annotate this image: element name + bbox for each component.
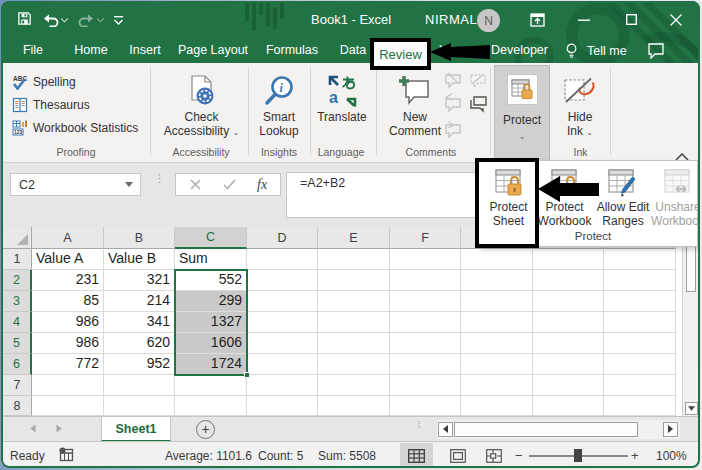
- view-normal-button[interactable]: [400, 443, 433, 468]
- smart-lookup-button[interactable]: i Smart Lookup: [253, 67, 305, 138]
- vertical-scroll-thumb[interactable]: [686, 245, 696, 292]
- cell-D5[interactable]: [247, 333, 318, 354]
- row-header-3[interactable]: 3: [3, 291, 32, 312]
- minimize-button[interactable]: [567, 1, 601, 38]
- cell-F3[interactable]: [390, 291, 461, 312]
- selection-fill-handle[interactable]: [244, 372, 250, 378]
- tab-file[interactable]: File: [15, 43, 51, 57]
- redo-button[interactable]: [78, 14, 104, 27]
- cell-H7[interactable]: [533, 375, 604, 396]
- cell-F2[interactable]: [390, 270, 461, 291]
- zoom-out-button[interactable]: −: [515, 448, 523, 463]
- cell-E8[interactable]: [318, 396, 390, 416]
- cell-F8[interactable]: [390, 396, 461, 416]
- tab-insert[interactable]: Insert: [125, 43, 165, 57]
- cell-D8[interactable]: [247, 396, 318, 416]
- cell-H5[interactable]: [533, 333, 604, 354]
- cell-A7[interactable]: [32, 375, 104, 396]
- row-header-5[interactable]: 5: [3, 333, 32, 354]
- row-header-8[interactable]: 8: [3, 396, 32, 416]
- scroll-left-button[interactable]: [438, 422, 453, 437]
- cell-B8[interactable]: [104, 396, 175, 416]
- cell-I5[interactable]: [604, 333, 676, 354]
- cell-A4[interactable]: 986: [32, 312, 104, 333]
- scroll-down-button[interactable]: [685, 402, 698, 415]
- view-page-break-button[interactable]: [477, 443, 510, 468]
- close-button[interactable]: [659, 1, 693, 38]
- cell-D7[interactable]: [247, 375, 318, 396]
- cell-B3[interactable]: 214: [104, 291, 175, 312]
- cell-C4[interactable]: 1327: [175, 312, 247, 333]
- name-box[interactable]: C2: [10, 173, 141, 196]
- zoom-in-button[interactable]: +: [631, 448, 639, 463]
- row-header-2[interactable]: 2: [3, 270, 32, 291]
- undo-button[interactable]: [42, 14, 68, 27]
- cell-G7[interactable]: [461, 375, 533, 396]
- cell-G8[interactable]: [461, 396, 533, 416]
- cell-B2[interactable]: 321: [104, 270, 175, 291]
- cell-H6[interactable]: [533, 354, 604, 375]
- cell-I8[interactable]: [604, 396, 676, 416]
- cell-H8[interactable]: [533, 396, 604, 416]
- cell-E2[interactable]: [318, 270, 390, 291]
- comment-tools-icons[interactable]: [442, 71, 492, 143]
- cell-E7[interactable]: [318, 375, 390, 396]
- column-header-E[interactable]: E: [318, 227, 390, 249]
- insert-function-icon[interactable]: fx: [257, 177, 267, 193]
- cell-G3[interactable]: [461, 291, 533, 312]
- cell-I3[interactable]: [604, 291, 676, 312]
- cancel-formula-icon[interactable]: [190, 176, 201, 194]
- workbook-statistics-button[interactable]: 123 Workbook Statistics: [12, 119, 138, 137]
- cell-G5[interactable]: [461, 333, 533, 354]
- select-all-corner[interactable]: [3, 227, 32, 249]
- cell-I1[interactable]: [604, 249, 676, 270]
- user-avatar[interactable]: N: [477, 9, 500, 32]
- cell-I2[interactable]: [604, 270, 676, 291]
- column-header-A[interactable]: A: [32, 227, 104, 249]
- cell-C7[interactable]: [175, 375, 247, 396]
- sheet-nav-left-icon[interactable]: [29, 424, 37, 435]
- spelling-button[interactable]: ABC Spelling: [12, 73, 76, 91]
- tab-page-layout[interactable]: Page Layout: [176, 43, 250, 57]
- cell-C1[interactable]: Sum: [175, 249, 247, 270]
- cell-D6[interactable]: [247, 354, 318, 375]
- cell-B1[interactable]: Value B: [104, 249, 175, 270]
- vertical-scrollbar[interactable]: [682, 227, 698, 416]
- cell-A2[interactable]: 231: [32, 270, 104, 291]
- new-sheet-button[interactable]: +: [196, 420, 215, 439]
- cell-A3[interactable]: 85: [32, 291, 104, 312]
- tab-home[interactable]: Home: [73, 43, 109, 57]
- ribbon-display-options-button[interactable]: [520, 1, 554, 38]
- tab-developer[interactable]: Developer: [491, 43, 547, 57]
- cell-E1[interactable]: [318, 249, 390, 270]
- cell-H1[interactable]: [533, 249, 604, 270]
- tab-bar-splitter[interactable]: ⁞: [418, 423, 421, 428]
- row-header-1[interactable]: 1: [3, 249, 32, 270]
- sheet-nav-right-icon[interactable]: [55, 424, 63, 435]
- flyout-unshare-workbook[interactable]: Unshare Workbook: [653, 163, 700, 233]
- comments-bubble-icon[interactable]: [647, 42, 665, 63]
- cell-D4[interactable]: [247, 312, 318, 333]
- name-box-dropdown-icon[interactable]: [125, 182, 133, 187]
- cell-C3[interactable]: 299: [175, 291, 247, 312]
- new-comment-button[interactable]: New Comment: [386, 67, 444, 138]
- cell-G2[interactable]: [461, 270, 533, 291]
- view-page-layout-button[interactable]: [441, 443, 474, 468]
- cell-I7[interactable]: [604, 375, 676, 396]
- column-header-C[interactable]: C: [175, 227, 247, 249]
- sheet-tab-sheet1[interactable]: Sheet1: [101, 417, 171, 442]
- maximize-button[interactable]: [614, 1, 648, 38]
- tell-me[interactable]: Tell me: [587, 44, 627, 58]
- cell-I6[interactable]: [604, 354, 676, 375]
- column-header-F[interactable]: F: [390, 227, 461, 249]
- cell-B5[interactable]: 620: [104, 333, 175, 354]
- row-header-6[interactable]: 6: [3, 354, 32, 375]
- tab-review[interactable]: Review: [379, 47, 422, 62]
- scroll-right-button[interactable]: [663, 422, 678, 437]
- cell-F5[interactable]: [390, 333, 461, 354]
- cell-B7[interactable]: [104, 375, 175, 396]
- zoom-level[interactable]: 100%: [656, 449, 687, 463]
- cell-A6[interactable]: 772: [32, 354, 104, 375]
- row-header-4[interactable]: 4: [3, 312, 32, 333]
- cell-G4[interactable]: [461, 312, 533, 333]
